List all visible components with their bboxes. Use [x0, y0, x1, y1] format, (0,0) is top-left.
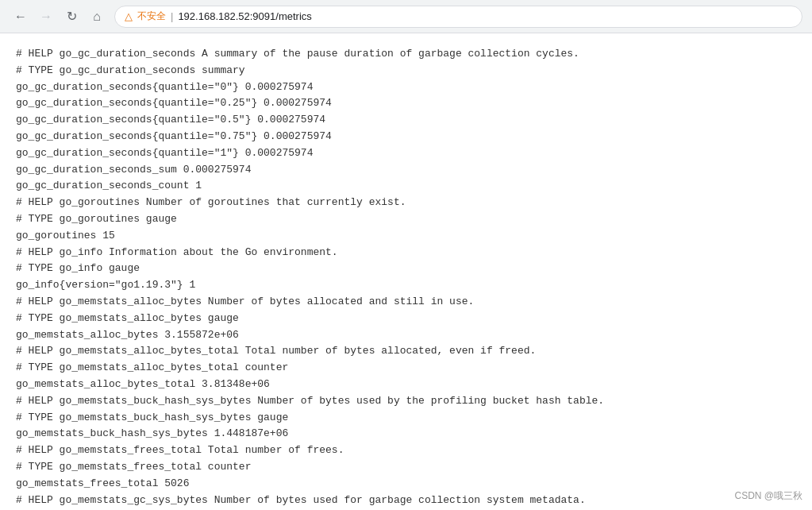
url-separator: | [171, 10, 173, 22]
warning-icon: △ [125, 10, 133, 22]
metrics-text: # HELP go_gc_duration_seconds A summary … [16, 46, 796, 510]
forward-button[interactable]: → [35, 6, 57, 28]
reload-button[interactable]: ↻ [60, 6, 83, 28]
browser-chrome: ← → ↻ ⌂ △ 不安全 | 192.168.182.52:9091/metr… [0, 0, 812, 33]
watermark: CSDN @哦三秋 [734, 489, 802, 504]
address-bar[interactable]: △ 不安全 | 192.168.182.52:9091/metrics [114, 6, 802, 28]
home-button[interactable]: ⌂ [86, 6, 108, 28]
nav-buttons: ← → ↻ ⌂ [10, 6, 108, 28]
url-display: 192.168.182.52:9091/metrics [178, 10, 311, 22]
back-button[interactable]: ← [10, 6, 32, 28]
warning-label: 不安全 [137, 10, 166, 23]
page-content: # HELP go_gc_duration_seconds A summary … [0, 33, 812, 510]
